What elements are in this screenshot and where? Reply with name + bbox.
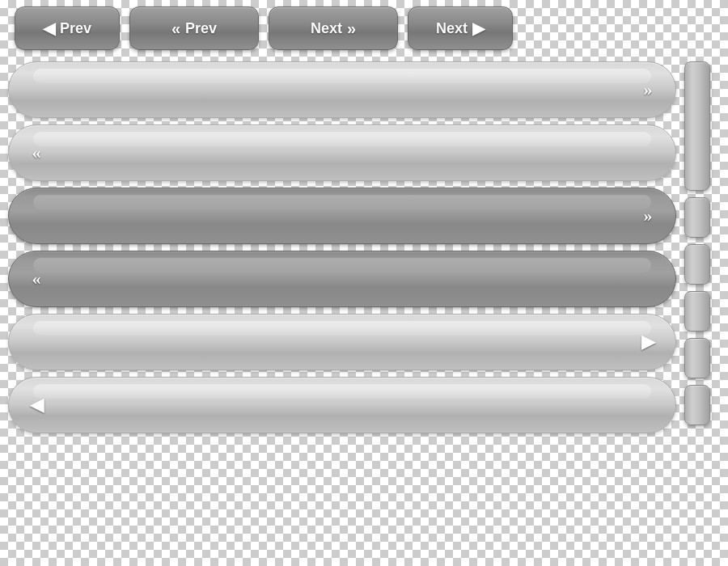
- bar-2-arrow-left: «: [22, 138, 51, 167]
- bar-1-shine: [33, 69, 651, 83]
- vertical-scrollbar-buttons: [683, 61, 712, 561]
- vertical-scroll-btn-2[interactable]: [684, 197, 710, 238]
- prev-simple-label: Prev: [60, 20, 91, 37]
- vertical-scroll-btn-6[interactable]: [684, 385, 710, 425]
- bar-3-shine: [33, 195, 651, 209]
- bar-2[interactable]: «: [8, 125, 676, 181]
- horizontal-bars: » « » «: [8, 61, 683, 561]
- vertical-scroll-btn-5[interactable]: [684, 338, 710, 378]
- bar-6[interactable]: ◀: [8, 377, 676, 433]
- bars-section: » « » «: [8, 57, 712, 566]
- next-double-label: Next: [311, 20, 342, 37]
- bar-3-right-icon: »: [644, 207, 653, 225]
- prev-double-label: Prev: [185, 20, 217, 37]
- main-container: ◀ Prev « Prev Next » Next ▶ »: [8, 0, 712, 566]
- bar-5-arrow-right: ▶: [633, 327, 662, 357]
- bar-4-shine: [33, 258, 651, 272]
- bar-2-shine: [33, 132, 651, 146]
- bar-1[interactable]: »: [8, 61, 676, 118]
- bar-3[interactable]: »: [8, 188, 676, 244]
- bar-5-right-icon: ▶: [641, 333, 655, 351]
- bar-4-left-icon: «: [32, 270, 41, 288]
- bar-6-shine: [33, 384, 651, 399]
- bar-5[interactable]: ▶: [8, 314, 676, 370]
- next-simple-right-icon: ▶: [472, 20, 485, 36]
- prev-simple-left-icon: ◀: [43, 20, 55, 36]
- bar-1-arrow-right: »: [633, 75, 662, 104]
- prev-double-button[interactable]: « Prev: [129, 6, 259, 50]
- bar-5-shine: [33, 321, 651, 336]
- bar-2-left-icon: «: [32, 144, 41, 162]
- next-simple-button[interactable]: Next ▶: [408, 6, 513, 50]
- vertical-scroll-btn-3[interactable]: [684, 244, 710, 285]
- next-simple-label: Next: [436, 20, 468, 37]
- vertical-scroll-thumb-1[interactable]: [684, 61, 710, 191]
- bar-1-right-icon: »: [644, 81, 653, 99]
- bar-4-arrow-left: «: [22, 264, 51, 294]
- prev-simple-button[interactable]: ◀ Prev: [15, 6, 120, 50]
- next-double-right-icon: »: [347, 20, 356, 36]
- top-buttons-row: ◀ Prev « Prev Next » Next ▶: [8, 0, 712, 57]
- prev-double-left-icon: «: [171, 20, 180, 36]
- bar-4[interactable]: «: [8, 251, 676, 307]
- vertical-scroll-btn-4[interactable]: [684, 291, 710, 332]
- bar-3-arrow-right: »: [633, 201, 662, 230]
- bar-6-arrow-left: ◀: [22, 391, 51, 420]
- next-double-button[interactable]: Next »: [269, 6, 398, 50]
- bar-6-left-icon: ◀: [30, 396, 44, 414]
